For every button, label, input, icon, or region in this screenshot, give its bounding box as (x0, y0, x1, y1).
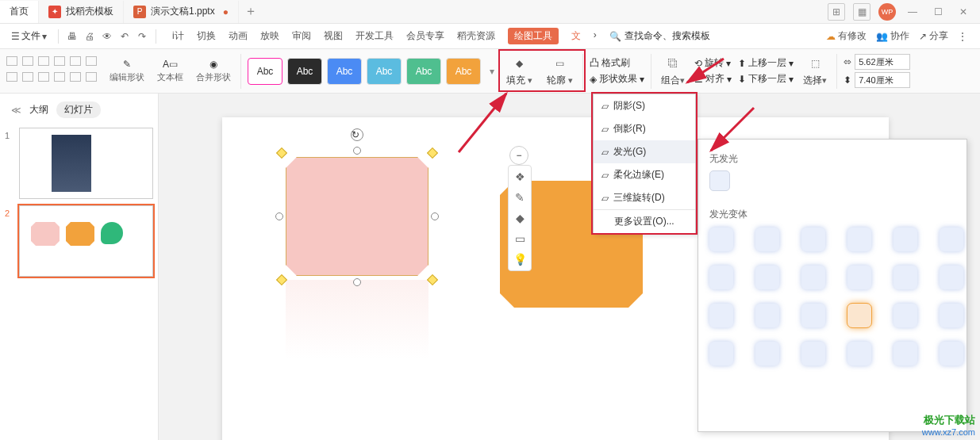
style-more[interactable]: ▾ (487, 66, 497, 77)
effect-more[interactable]: 更多设置(O)... (594, 209, 695, 233)
edit-shape-group[interactable]: ✎编辑形状 (106, 59, 148, 83)
selection-handles[interactable]: ↻ (279, 151, 435, 282)
width-icon: ⬄ (844, 56, 851, 67)
tab-home[interactable]: 首页 (0, 1, 39, 23)
layout-icon[interactable]: ⊞ (828, 3, 845, 21)
tab-text[interactable]: 文 (571, 28, 581, 44)
shape-gallery[interactable] (6, 56, 100, 86)
merge-shapes[interactable]: ◉合并形状 (193, 59, 234, 83)
maximize-button[interactable]: ☐ (929, 3, 947, 21)
tab-document[interactable]: P演示文稿1.pptx● (124, 1, 239, 23)
glow-none[interactable] (709, 170, 730, 191)
fill-button[interactable]: ◆填充 ▾ (503, 55, 536, 87)
tab-resources[interactable]: 稻壳资源 (457, 28, 495, 44)
logo-icon: ✦ (48, 6, 61, 18)
titlebar: 首页 ✦找稻壳模板 P演示文稿1.pptx● ＋ ⊞ ▦ WP — ☐ ✕ (0, 0, 980, 24)
rotate-handle[interactable]: ↻ (351, 128, 363, 141)
glow-variants-label: 发光变体 (709, 208, 955, 221)
minimize-button[interactable]: — (904, 3, 921, 21)
preview-icon[interactable]: 👁 (100, 29, 114, 44)
format-painter[interactable]: 凸 格式刷 (590, 56, 644, 70)
tab-more[interactable]: › (594, 28, 597, 44)
outline-tab[interactable]: 大纲 (29, 103, 48, 117)
effect-soft-edges[interactable]: ▱ 柔化边缘(E) (594, 163, 695, 186)
style-1[interactable]: Abc (248, 58, 282, 85)
send-backward[interactable]: ⬇ 下移一层▾ (738, 72, 794, 86)
menu-hamburger[interactable]: ☰ 文件 ▾ (6, 26, 52, 46)
add-tab-button[interactable]: ＋ (239, 3, 263, 20)
style-gallery[interactable]: Abc Abc Abc Abc Abc Abc (248, 58, 481, 85)
slides-tab[interactable]: 幻灯片 (56, 101, 101, 118)
textbox-group[interactable]: A▭文本框 (154, 59, 186, 83)
style-4[interactable]: Abc (367, 58, 402, 85)
height-input[interactable] (855, 72, 910, 88)
close-button[interactable]: ✕ (955, 3, 972, 21)
style-5[interactable]: Abc (406, 58, 441, 85)
menubar: ☰ 文件 ▾ 🖶 🖨 👁 ↶ ↷ i计 切换 动画 放映 审阅 视图 开发工具 … (0, 24, 980, 49)
tab-design[interactable]: i计 (172, 28, 184, 44)
tab-review[interactable]: 审阅 (292, 28, 311, 44)
collab-button[interactable]: 👥 协作 (876, 29, 909, 43)
fill-icon[interactable]: ◆ (512, 210, 528, 226)
effect-shadow[interactable]: ▱ 阴影(S) (594, 94, 695, 117)
glow-swatch[interactable] (709, 228, 733, 251)
effect-3d-rotate[interactable]: ▱ 三维旋转(D) (594, 186, 695, 209)
more-menu[interactable]: ⋮ (958, 31, 967, 42)
effects-menu: ▱ 阴影(S) ▱ 倒影(R) ▱ 发光(G) ▱ 柔化边缘(E) ▱ 三维旋转… (593, 94, 696, 234)
layers-icon[interactable]: ❖ (512, 169, 528, 185)
effect-glow[interactable]: ▱ 发光(G) (594, 140, 695, 163)
ppt-icon: P (133, 6, 146, 18)
collapse-panel[interactable]: ≪ (11, 105, 21, 116)
reflection (286, 280, 429, 359)
undo-icon[interactable]: ↶ (117, 29, 132, 44)
quick-toolbar: ❖ ✎ ◆ ▭ 💡 (508, 165, 532, 271)
style-3[interactable]: Abc (327, 58, 362, 85)
align-button[interactable]: ☰ 对齐▾ (694, 72, 732, 86)
width-input[interactable] (855, 54, 910, 70)
tab-member[interactable]: 会员专享 (406, 28, 444, 44)
dimensions: ⬄ ⬍ (844, 54, 910, 88)
select-button[interactable]: ⬚选择▾ (800, 55, 830, 87)
shape-effects[interactable]: ◈ 形状效果 ▾ (590, 72, 644, 86)
tab-transition[interactable]: 切换 (197, 28, 216, 44)
thumb-1[interactable]: 1 (5, 128, 153, 199)
print-icon[interactable]: 🖨 (83, 29, 97, 44)
save-icon[interactable]: 🖶 (65, 29, 79, 44)
tab-drawing-tools[interactable]: 绘图工具 (508, 28, 559, 44)
height-icon: ⬍ (844, 75, 851, 86)
slide-panel: ≪ 大纲 幻灯片 1 2 (0, 94, 159, 440)
pen-icon[interactable]: ✎ (512, 189, 528, 205)
tab-play[interactable]: 放映 (260, 28, 279, 44)
tab-dev[interactable]: 开发工具 (355, 28, 394, 44)
glow-none-label: 无发光 (709, 152, 955, 166)
has-changes[interactable]: ☁ 有修改 (826, 29, 867, 43)
style-2[interactable]: Abc (287, 58, 322, 85)
redo-icon[interactable]: ↷ (135, 29, 149, 44)
watermark: 极光下载站 www.xz7.com (922, 413, 975, 437)
stroke-button[interactable]: ▭轮廓 ▾ (544, 55, 576, 87)
bulb-icon[interactable]: 💡 (512, 251, 528, 267)
group-button[interactable]: ⿻组合▾ (658, 55, 688, 87)
search-box[interactable]: 🔍 查找命令、搜索模板 (609, 29, 721, 43)
share-button[interactable]: ↗ 分享 (919, 29, 948, 43)
tab-animation[interactable]: 动画 (229, 28, 248, 44)
tab-view[interactable]: 视图 (324, 28, 343, 44)
tab-templates[interactable]: ✦找稻壳模板 (39, 1, 124, 23)
thumb-2[interactable]: 2 (5, 205, 153, 277)
stroke-icon[interactable]: ▭ (512, 231, 528, 247)
bring-forward[interactable]: ⬆ 上移一层▾ (738, 56, 794, 70)
effect-reflect[interactable]: ▱ 倒影(R) (594, 117, 695, 140)
apps-icon[interactable]: ▦ (853, 3, 870, 21)
ribbon-toolbar: ✎编辑形状 A▭文本框 ◉合并形状 Abc Abc Abc Abc Abc Ab… (0, 49, 980, 94)
rotate-button[interactable]: ⟲ 旋转▾ (694, 56, 732, 70)
style-6[interactable]: Abc (446, 58, 481, 85)
ribbon-tabs: i计 切换 动画 放映 审阅 视图 开发工具 会员专享 稻壳资源 绘图工具 文 … (172, 28, 597, 44)
window-controls: ⊞ ▦ WP — ☐ ✕ (828, 3, 980, 21)
dirty-icon: ● (223, 6, 229, 17)
zoom-out[interactable]: − (509, 146, 528, 165)
glow-grid (709, 228, 955, 365)
avatar[interactable]: WP (878, 3, 896, 21)
glow-submenu: 无发光 发光变体 (698, 139, 967, 432)
